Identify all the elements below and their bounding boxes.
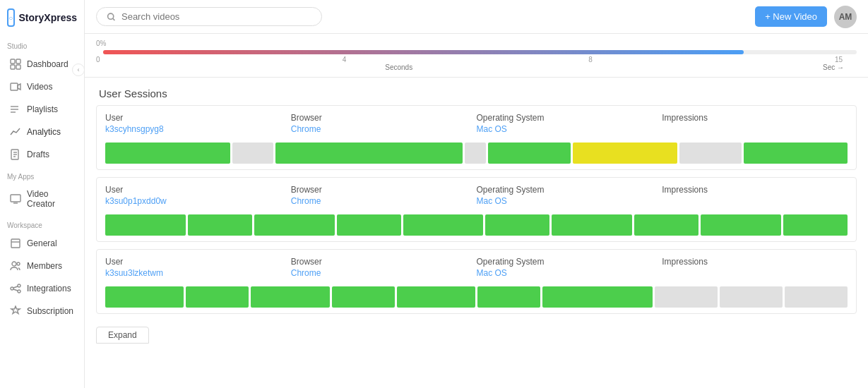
drafts-icon [10,149,21,160]
video-creator-icon [10,193,21,205]
bar-segment-1-6 [552,214,632,236]
tick-8: 8 [588,56,593,63]
sidebar-section-myapps: My Apps [0,166,84,183]
sidebar-item-general-label: General [27,238,57,248]
session-col-value-user-2: k3suu3lzketwm [105,268,291,278]
session-col-impressions-2: Impressions [662,257,848,278]
bar-segment-1-2 [254,214,335,236]
svg-point-20 [18,290,20,293]
logo-text: StoryXpress [19,12,77,23]
bar-segment-0-7 [744,143,848,164]
session-col-label-browser-0: Browser [291,113,477,123]
svg-rect-3 [16,65,20,69]
sidebar-item-videos-label: Videos [27,82,52,92]
session-col-value-browser-1: Chrome [291,196,477,206]
session-col-value-browser-2: Chrome [291,268,477,278]
tick-4: 4 [343,56,347,63]
session-col-browser-2: BrowserChrome [291,257,477,278]
session-col-label-browser-2: Browser [291,257,477,267]
session-col-browser-1: BrowserChrome [291,185,477,206]
sidebar-item-analytics-label: Analytics [27,127,61,137]
bar-segment-1-7 [634,214,698,236]
sidebar-item-playlists-label: Playlists [27,104,58,114]
search-input[interactable] [121,11,311,22]
search-box[interactable] [96,7,322,26]
sidebar-item-members[interactable]: Members [3,255,81,277]
session-col-value-user-0: k3scyhnsgpyg8 [105,124,291,134]
svg-rect-4 [11,83,18,90]
sidebar-item-drafts[interactable]: Drafts [3,144,81,165]
sidebar-item-general[interactable]: General [3,233,81,254]
avatar: AM [834,6,857,28]
session-col-value-os-0: Mac OS [477,124,662,134]
bar-segment-1-8 [701,214,781,236]
session-col-label-impressions-1: Impressions [662,185,848,195]
bar-segment-2-3 [332,286,395,308]
sidebar-item-subscription[interactable]: Subscription [3,301,81,322]
session-card-2: Userk3suu3lzketwmBrowserChromeOperating … [96,249,857,314]
sidebar-item-playlists[interactable]: Playlists [3,99,81,120]
sidebar-item-drafts-label: Drafts [27,150,49,159]
session-col-label-user-0: User [105,113,291,123]
bar-segment-1-1 [188,214,252,236]
sidebar-item-videos[interactable]: Videos [3,76,81,97]
svg-rect-1 [16,59,20,63]
bar-segment-2-0 [105,286,184,308]
sidebar-collapse-button[interactable]: ‹ [72,63,85,76]
logo-icon: ○ [7,8,15,27]
session-col-label-browser-1: Browser [291,185,477,195]
general-icon [10,238,21,249]
sidebar-item-dashboard-label: Dashboard [27,59,69,69]
sidebar-item-members-label: Members [27,261,62,271]
bar-segment-0-5 [573,143,677,164]
bar-segment-0-4 [488,143,571,164]
new-video-button[interactable]: + New Video [755,6,827,27]
logo: ○ StoryXpress [0,0,84,35]
session-col-user-1: Userk3su0p1pxdd0w [105,185,291,206]
sidebar-section-studio: Studio [0,35,84,53]
timeline-bar-fill [103,50,744,54]
expand-button[interactable]: Expand [96,327,149,344]
seconds-label: Seconds [385,63,412,71]
session-col-impressions-0: Impressions [662,113,848,134]
svg-rect-12 [11,195,20,202]
bar-segment-2-1 [186,286,249,308]
bar-segment-2-6 [542,286,653,308]
session-bar-row-1 [97,209,856,241]
session-col-value-os-2: Mac OS [477,268,662,278]
svg-point-19 [18,284,20,287]
session-bar-row-2 [97,281,856,313]
bar-segment-2-8 [720,286,783,308]
bar-segment-1-4 [403,214,484,236]
session-col-impressions-1: Impressions [662,185,848,206]
svg-line-21 [13,286,18,288]
bar-segment-2-9 [785,286,848,308]
sidebar-item-integrations[interactable]: Integrations [3,278,81,299]
session-col-browser-0: BrowserChrome [291,113,477,134]
session-col-value-os-1: Mac OS [477,196,662,206]
sidebar-item-dashboard[interactable]: Dashboard [3,54,81,75]
sidebar-item-video-creator-label: Video Creator [27,189,74,209]
sidebar-item-integrations-label: Integrations [27,284,71,293]
bar-segment-0-3 [465,143,485,164]
user-sessions-title: User Sessions [85,78,868,105]
bar-segment-2-2 [251,286,329,308]
analytics-icon [10,126,21,138]
sidebar-item-video-creator[interactable]: Video Creator [3,184,81,214]
bar-segment-2-5 [477,286,540,308]
bar-segment-0-0 [105,143,230,164]
session-col-user-2: Userk3suu3lzketwm [105,257,291,278]
session-col-label-user-2: User [105,257,291,267]
search-icon [107,12,116,22]
timeline-header: 0% 0 4 8 15 Seconds Sec → [85,34,868,78]
header: + New Video AM [85,0,868,34]
session-col-label-impressions-0: Impressions [662,113,848,123]
session-col-os-0: Operating SystemMac OS [477,113,662,134]
sidebar-item-analytics[interactable]: Analytics [3,121,81,143]
svg-line-24 [113,18,115,20]
session-col-os-2: Operating SystemMac OS [477,257,662,278]
bar-segment-0-6 [679,143,742,164]
bar-segment-1-9 [783,214,848,236]
members-icon [10,260,21,272]
session-header-2: Userk3suu3lzketwmBrowserChromeOperating … [97,250,856,281]
